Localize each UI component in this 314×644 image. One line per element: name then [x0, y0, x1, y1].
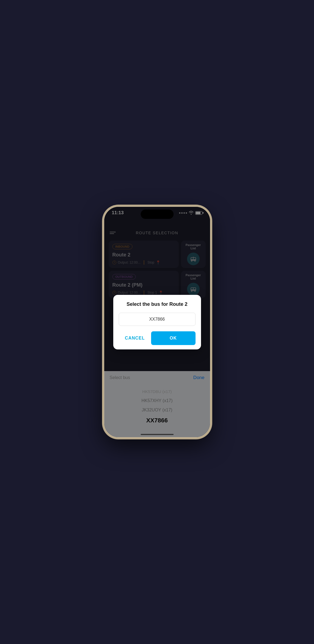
modal-dialog: Select the bus for Route 2 CANCEL OK — [113, 295, 201, 349]
bus-input-field[interactable] — [119, 313, 196, 326]
modal-title: Select the bus for Route 2 — [119, 301, 196, 307]
modal-buttons: CANCEL OK — [119, 331, 196, 345]
modal-overlay: Select the bus for Route 2 CANCEL OK — [104, 207, 210, 437]
phone-frame: 11:13 ROUTE SE — [104, 206, 211, 438]
ok-button[interactable]: OK — [151, 331, 196, 345]
cancel-button[interactable]: CANCEL — [119, 331, 151, 345]
home-indicator — [141, 434, 174, 435]
app-content: 11:13 ROUTE SE — [104, 207, 210, 437]
